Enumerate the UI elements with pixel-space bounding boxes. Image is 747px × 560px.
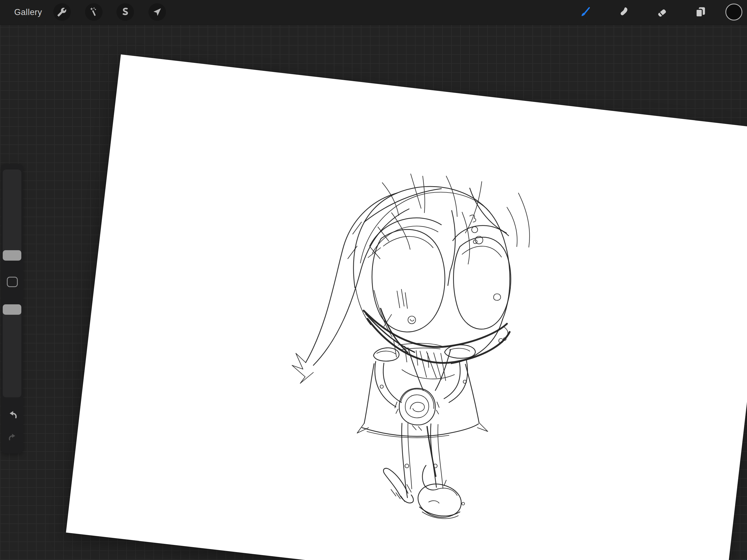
redo-icon xyxy=(7,438,18,443)
smudge-finger-icon xyxy=(617,5,630,19)
layers-button[interactable] xyxy=(692,3,709,21)
transform-arrow-icon xyxy=(152,6,163,18)
redo-button[interactable] xyxy=(7,431,18,442)
brush-tool-button[interactable] xyxy=(576,3,594,21)
adjustments-button[interactable] xyxy=(85,3,103,21)
color-swatch-button[interactable] xyxy=(725,4,742,21)
smudge-tool-button[interactable] xyxy=(615,3,632,21)
gallery-button[interactable]: Gallery xyxy=(14,0,42,25)
gallery-label: Gallery xyxy=(14,7,42,17)
magic-wand-icon xyxy=(88,6,99,18)
selection-button[interactable] xyxy=(117,3,134,21)
modify-button[interactable] xyxy=(7,277,18,287)
undo-button[interactable] xyxy=(6,408,19,420)
eraser-tool-button[interactable] xyxy=(653,3,671,21)
app-stage: Gallery xyxy=(0,0,747,560)
wrench-icon xyxy=(57,6,68,18)
layers-icon xyxy=(694,5,707,19)
actions-button[interactable] xyxy=(53,3,71,21)
top-toolbar: Gallery xyxy=(0,0,747,25)
transform-button[interactable] xyxy=(149,3,166,21)
brush-sidebar xyxy=(1,164,23,453)
drawing-canvas[interactable] xyxy=(66,54,747,560)
paint-brush-icon xyxy=(578,5,592,19)
eraser-icon xyxy=(655,5,669,19)
undo-icon xyxy=(6,416,19,421)
opacity-slider-handle[interactable] xyxy=(3,304,21,315)
opacity-slider-track[interactable] xyxy=(3,304,21,397)
brush-size-slider-handle[interactable] xyxy=(3,250,21,261)
selection-s-icon xyxy=(120,6,131,18)
brush-size-slider-track[interactable] xyxy=(3,170,21,261)
